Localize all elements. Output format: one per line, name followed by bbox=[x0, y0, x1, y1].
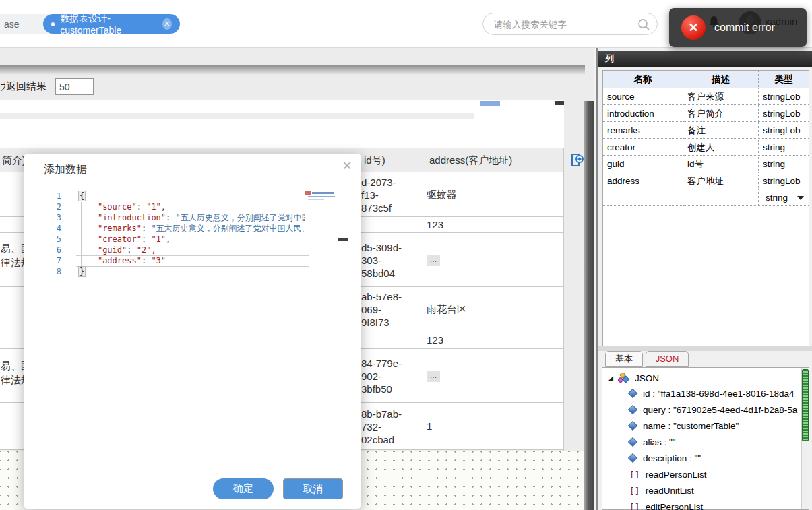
column-type-cell[interactable]: stringLob bbox=[759, 105, 809, 122]
toast-message: commit error bbox=[714, 22, 775, 34]
line-code: "source": "1", bbox=[78, 201, 305, 212]
col-header-type: 类型 bbox=[759, 71, 809, 88]
error-x-icon: ✕ bbox=[681, 15, 706, 40]
json-tree-item[interactable]: []readPersonList bbox=[629, 468, 706, 481]
result-count-input[interactable]: 50 bbox=[55, 78, 94, 95]
column-definition-row[interactable]: address客户地址stringLob bbox=[603, 172, 809, 189]
json-tree-item[interactable]: alias : "" bbox=[629, 435, 676, 449]
toolbar-gradient-bar bbox=[0, 65, 585, 75]
address-cell: 驱蚊器 bbox=[427, 189, 457, 201]
horizontal-splitter[interactable] bbox=[598, 346, 812, 351]
column-header-guid-partial: id号) bbox=[364, 154, 385, 167]
json-tree-item[interactable]: []editPersonList bbox=[629, 500, 703, 510]
panel-splitter-line bbox=[596, 47, 598, 510]
table-right-border bbox=[563, 148, 564, 451]
search-icon[interactable] bbox=[637, 18, 650, 31]
json-tree-item[interactable]: query : "671902e5-4eed-4d1f-b2a8-5a bbox=[629, 403, 797, 416]
add-record-icon[interactable] bbox=[570, 153, 584, 170]
tree-scrollbar-thumb[interactable] bbox=[802, 369, 809, 441]
new-column-desc-input[interactable] bbox=[683, 189, 759, 206]
column-definition-row[interactable]: source客户来源stringLob bbox=[603, 88, 809, 105]
value-diamond-icon bbox=[628, 453, 637, 463]
tree-item-label: query : "671902e5-4eed-4d1f-b2a8-5a bbox=[643, 405, 797, 415]
columns-table: 名称 描述 类型 source客户来源stringLobintroduction… bbox=[602, 70, 809, 346]
search-placeholder: 请输入搜索关键字 bbox=[494, 19, 567, 31]
value-diamond-icon bbox=[628, 421, 637, 431]
tab-table-design-active[interactable]: 数据表设计-customerTable ✕ bbox=[43, 14, 180, 34]
cancel-button[interactable]: 取消 bbox=[283, 478, 343, 499]
json-tree-item[interactable]: name : "customerTable" bbox=[629, 419, 739, 433]
confirm-button[interactable]: 确定 bbox=[213, 478, 274, 499]
column-name-cell[interactable]: remarks bbox=[603, 122, 683, 139]
close-icon[interactable]: ✕ bbox=[162, 18, 173, 30]
scrollbar-fragment[interactable] bbox=[555, 101, 564, 105]
column-header-address: address(客户地址) bbox=[429, 154, 512, 167]
tree-expand-icon[interactable]: ◢ bbox=[608, 375, 613, 381]
error-toast: ✕ commit error bbox=[669, 8, 807, 47]
unsaved-dot-icon bbox=[51, 22, 55, 26]
line-code: } bbox=[78, 266, 305, 277]
column-name-cell[interactable]: introduction bbox=[603, 105, 683, 122]
array-brackets-icon: [] bbox=[629, 486, 640, 496]
tab-basic[interactable]: 基本 bbox=[605, 351, 643, 367]
search-input[interactable]: 请输入搜索关键字 bbox=[482, 13, 658, 35]
line-number: 8 bbox=[37, 266, 61, 277]
vertical-scrollbar[interactable] bbox=[584, 101, 594, 510]
value-diamond-icon bbox=[628, 437, 637, 447]
ellipsis-badge[interactable]: … bbox=[427, 371, 440, 382]
line-number: 7 bbox=[37, 255, 61, 266]
column-name-cell[interactable]: source bbox=[603, 88, 683, 105]
new-column-type-select[interactable]: string bbox=[759, 189, 809, 206]
address-cell: 123 bbox=[427, 219, 443, 230]
dialog-close-icon[interactable]: × bbox=[342, 156, 352, 175]
json-tree-item[interactable]: []readUnitList bbox=[629, 484, 694, 497]
app-root: 大 返回结果 50 简介) id号) address(客户地址) d-2073-… bbox=[0, 0, 812, 510]
line-number: 3 bbox=[37, 212, 61, 223]
guid-cell: d5-309d-303-58bd04 bbox=[361, 241, 402, 280]
json-tree-item[interactable]: description : "" bbox=[629, 451, 701, 465]
column-type-cell[interactable]: string bbox=[759, 139, 809, 156]
ellipsis-badge[interactable]: … bbox=[427, 255, 440, 266]
column-type-cell[interactable]: stringLob bbox=[759, 172, 809, 189]
query-result-band bbox=[0, 100, 564, 148]
json-tree-item[interactable]: id : "ffa1a138-698d-4ee1-8016-18da4 bbox=[629, 387, 794, 400]
column-definition-row[interactable]: introduction客户简介stringLob bbox=[603, 105, 809, 122]
column-desc-cell[interactable]: 创建人 bbox=[683, 139, 759, 156]
tab-json[interactable]: JSON bbox=[646, 351, 689, 367]
column-type-cell[interactable]: stringLob bbox=[759, 88, 809, 105]
col-header-desc: 描述 bbox=[683, 71, 759, 88]
guid-cell: ab-57e8-069-9f8f73 bbox=[361, 290, 402, 329]
line-number: 4 bbox=[37, 223, 61, 234]
line-code: "guid": "2", bbox=[78, 245, 305, 255]
column-definition-row[interactable]: creator创建人string bbox=[603, 139, 809, 156]
transform-icon bbox=[618, 373, 629, 384]
column-type-cell[interactable]: string bbox=[759, 156, 809, 172]
editor-scroll-thumb[interactable] bbox=[338, 238, 348, 241]
new-column-name-input[interactable] bbox=[603, 189, 683, 206]
column-desc-cell[interactable]: 客户地址 bbox=[683, 172, 759, 189]
json-root-label: JSON bbox=[635, 373, 659, 383]
column-desc-cell[interactable]: id号 bbox=[683, 156, 759, 172]
value-diamond-icon bbox=[628, 405, 637, 414]
selected-text-fragment bbox=[480, 101, 500, 106]
column-definition-row[interactable]: remarks备注stringLob bbox=[603, 122, 809, 139]
result-count-label: 返回结果 bbox=[6, 80, 46, 93]
column-name-cell[interactable]: creator bbox=[603, 139, 683, 156]
guid-cell: 8b-b7ab-732-02cbad bbox=[361, 408, 402, 446]
column-name-cell[interactable]: guid bbox=[603, 156, 683, 172]
tab-label: 数据表设计-customerTable bbox=[60, 13, 155, 36]
column-desc-cell[interactable]: 备注 bbox=[683, 122, 759, 139]
result-label-clipped: 大 bbox=[0, 80, 5, 92]
column-desc-cell[interactable]: 客户来源 bbox=[683, 88, 759, 105]
column-type-cell[interactable]: stringLob bbox=[759, 122, 809, 139]
column-name-cell[interactable]: address bbox=[603, 172, 683, 189]
column-desc-cell[interactable]: 客户简介 bbox=[683, 105, 759, 122]
address-cell: 雨花台区 bbox=[427, 303, 467, 316]
guid-cell: 84-779e-902-3bfb50 bbox=[361, 357, 402, 395]
json-tree-root[interactable]: ◢ JSON bbox=[608, 371, 659, 385]
address-cell: 1 bbox=[427, 420, 432, 432]
column-definition-row[interactable]: guidid号string bbox=[603, 156, 809, 172]
tree-item-label: name : "customerTable" bbox=[643, 421, 739, 431]
line-code: "creator": "1", bbox=[78, 234, 305, 245]
tree-item-label: readPersonList bbox=[646, 470, 707, 480]
